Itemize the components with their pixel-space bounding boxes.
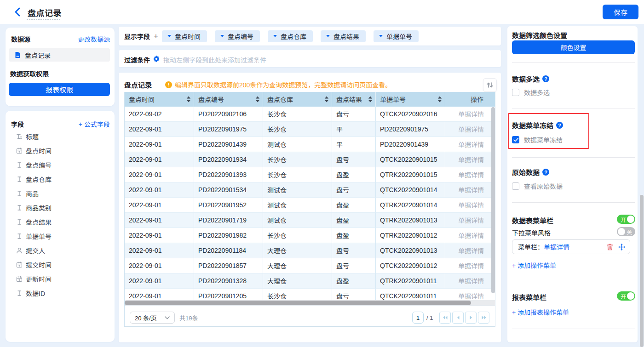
add-formula-field-link[interactable]: +公式字段 — [79, 119, 110, 129]
row-detail-link[interactable]: 单据详情 — [445, 228, 491, 243]
row-detail-link[interactable]: 单据详情 — [445, 167, 491, 182]
caret-down-icon — [167, 35, 171, 37]
field-item[interactable]: 提交人 — [6, 243, 115, 257]
move-icon[interactable] — [618, 244, 625, 250]
datasource-item[interactable]: 盘点记录 — [9, 48, 110, 62]
column-header[interactable]: 盘点编号 — [194, 92, 263, 107]
add-action-menu-link[interactable]: + 添加操作菜单 — [512, 261, 556, 270]
column-header[interactable]: 盘点仓库 — [263, 92, 332, 107]
table-menubar-toggle[interactable]: 开 — [617, 215, 635, 224]
help-icon[interactable]: ? — [542, 75, 549, 82]
row-detail-link[interactable]: 单据详情 — [445, 152, 491, 167]
table-cell: QTCK20220901012 — [376, 258, 445, 273]
row-detail-link[interactable]: 单据详情 — [445, 107, 491, 122]
display-field-chips: 盘点时间盘点编号盘点仓库盘点结果单据单号 — [162, 30, 419, 42]
add-report-menu-link[interactable]: + 添加报表操作菜单 — [512, 307, 569, 317]
checkbox-unchecked[interactable] — [512, 182, 519, 190]
table-cell: 2022-09-01 — [125, 122, 194, 137]
field-item[interactable]: 盘点编号 — [6, 158, 115, 172]
table-vertical-scrollbar[interactable] — [491, 107, 495, 293]
menu-freeze-checkbox-row[interactable]: 数据菜单冻结 — [512, 135, 563, 144]
row-detail-link[interactable]: 单据详情 — [445, 122, 491, 137]
prev-page-button[interactable] — [452, 312, 464, 324]
text-field-icon — [16, 204, 23, 211]
divider — [512, 108, 635, 108]
sort-icon[interactable] — [437, 96, 442, 104]
field-item[interactable]: 数据ID — [6, 286, 115, 300]
multi-select-checkbox-label: 数据多选 — [524, 88, 550, 97]
toggle-on-label: 开 — [621, 215, 626, 224]
display-field-chip[interactable]: 盘点时间 — [162, 30, 207, 42]
dropdown-style-label: 下拉菜单风格 — [512, 228, 551, 237]
field-item[interactable]: 更新时间 — [6, 272, 115, 286]
raw-data-checkbox-row[interactable]: 查看原始数据 — [512, 182, 563, 191]
current-page-input[interactable]: 1 — [412, 312, 424, 324]
page-size-select[interactable]: 20 条/页 — [130, 312, 175, 324]
total-count-label: 共19条 — [179, 312, 198, 324]
column-header[interactable]: 单据单号 — [376, 92, 445, 107]
menu-item-value[interactable]: 单据详情 — [544, 242, 569, 251]
caret-down-icon — [379, 35, 383, 37]
add-display-field-icon[interactable]: + — [154, 27, 158, 46]
report-menubar-toggle[interactable]: 开 — [617, 291, 635, 301]
save-button[interactable]: 保存 — [603, 5, 638, 19]
table-cell: QTCK20220901014 — [376, 182, 445, 198]
help-icon[interactable]: ? — [542, 169, 549, 176]
row-detail-link[interactable]: 单据详情 — [445, 198, 491, 213]
change-datasource-link[interactable]: 更改数据源 — [78, 34, 110, 44]
trash-icon[interactable] — [607, 244, 613, 250]
table-menubar-title: 数据表菜单栏 — [512, 216, 553, 225]
sort-icon[interactable] — [255, 96, 260, 104]
column-header[interactable]: 盘点时间 — [125, 92, 194, 107]
report-permission-button[interactable]: 报表权限 — [9, 83, 110, 96]
text-field-icon — [16, 176, 23, 182]
field-item[interactable]: 盘点时间 — [6, 143, 115, 158]
sort-icon[interactable] — [186, 96, 191, 104]
dropdown-style-toggle[interactable]: 关 — [617, 227, 635, 236]
row-detail-link[interactable]: 单据详情 — [445, 289, 491, 300]
table-horizontal-scrollbar[interactable] — [125, 301, 471, 305]
warning-icon: ! — [165, 81, 172, 88]
table-cell: 测试仓 — [263, 213, 332, 228]
sort-settings-button[interactable] — [483, 78, 497, 92]
page-scrollbar[interactable] — [640, 195, 644, 347]
multi-select-checkbox-row[interactable]: 数据多选 — [512, 88, 550, 97]
checkbox-checked[interactable] — [512, 136, 519, 143]
divider — [512, 329, 635, 329]
help-icon[interactable]: ? — [556, 122, 563, 129]
display-field-chip[interactable]: 盘点结果 — [321, 30, 366, 42]
row-detail-link[interactable]: 单据详情 — [445, 243, 491, 258]
table-cell: PD20220902106 — [194, 107, 263, 122]
sort-icon[interactable] — [324, 96, 329, 104]
display-field-chip[interactable]: 盘点仓库 — [268, 30, 313, 42]
field-item[interactable]: 单据单号 — [6, 229, 115, 243]
row-detail-link[interactable]: 单据详情 — [445, 258, 491, 273]
document-icon — [14, 51, 21, 58]
column-header[interactable]: 盘点结果 — [332, 92, 376, 107]
field-item[interactable]: 提交时间 — [6, 257, 115, 272]
field-item[interactable]: 商品 — [6, 186, 115, 200]
field-item[interactable]: 标题 — [6, 129, 115, 143]
back-icon[interactable] — [11, 6, 23, 18]
menu-item-box: 菜单栏： 单据详情 — [512, 239, 630, 254]
caret-down-icon — [326, 35, 330, 37]
checkbox-unchecked[interactable] — [512, 89, 519, 96]
sort-icon[interactable] — [368, 96, 373, 104]
field-item[interactable]: 盘点仓库 — [6, 172, 115, 186]
row-detail-link[interactable]: 单据详情 — [445, 273, 491, 289]
next-page-button[interactable] — [465, 312, 477, 324]
color-settings-button[interactable]: 颜色设置 — [512, 40, 635, 54]
row-detail-link[interactable]: 单据详情 — [445, 213, 491, 228]
field-item-label: 商品类别 — [26, 203, 52, 212]
display-field-chip[interactable]: 盘点编号 — [215, 30, 260, 42]
column-header[interactable]: 操作 — [445, 92, 495, 107]
row-detail-link[interactable]: 单据详情 — [445, 137, 491, 152]
gear-icon[interactable] — [153, 56, 160, 62]
display-field-chip[interactable]: 单据单号 — [374, 30, 419, 42]
row-detail-link[interactable]: 单据详情 — [445, 182, 491, 198]
field-item[interactable]: 盘点结果 — [6, 215, 115, 229]
divider — [512, 63, 635, 63]
field-item[interactable]: 商品类别 — [6, 200, 115, 215]
first-page-button[interactable] — [439, 312, 451, 324]
last-page-button[interactable] — [478, 312, 489, 324]
